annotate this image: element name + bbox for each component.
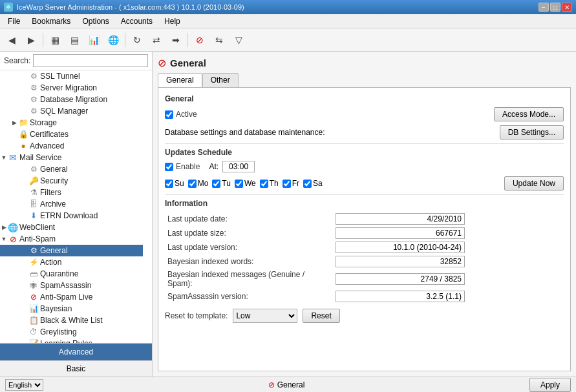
- day-th-checkbox[interactable]: [260, 180, 268, 188]
- advanced-button[interactable]: Advanced: [0, 344, 152, 360]
- action-icon: ⚡: [28, 257, 39, 267]
- antispam-general-icon: ⚙: [28, 245, 39, 256]
- tabs: General Other: [158, 73, 571, 87]
- reload-button[interactable]: ↻: [128, 31, 146, 49]
- bw-list-icon: 📋: [28, 315, 39, 325]
- tree-item-ssl-tunnel[interactable]: ⚙ SSL Tunnel: [0, 70, 143, 82]
- apply-button[interactable]: Apply: [529, 378, 571, 392]
- menu-options[interactable]: Options: [77, 15, 114, 27]
- tree-item-security[interactable]: 🔑 Security: [0, 175, 143, 187]
- learning-rules-label: Learning Rules: [40, 339, 92, 343]
- tree-inner[interactable]: ⚙ SSL Tunnel ⚙ Server Migration ⚙: [0, 70, 152, 343]
- tree-item-learning-rules[interactable]: 📝 Learning Rules: [0, 338, 143, 343]
- info-label-1: Last update size:: [165, 226, 333, 240]
- tree-item-archive[interactable]: 🗄 Archive: [0, 198, 143, 210]
- template-select[interactable]: Low Medium High: [233, 309, 297, 323]
- info-value-0: 4/29/2010: [336, 213, 465, 225]
- tab-other[interactable]: Other: [202, 73, 239, 87]
- access-mode-button[interactable]: Access Mode...: [494, 107, 564, 121]
- enable-checkbox-label[interactable]: Enable: [165, 162, 200, 171]
- tree-item-server-migration[interactable]: ⚙ Server Migration: [0, 82, 143, 94]
- menu-file[interactable]: File: [3, 15, 25, 27]
- day-we[interactable]: We: [235, 179, 256, 188]
- mail-service-icon: ✉: [8, 152, 18, 163]
- close-button[interactable]: ✕: [562, 3, 572, 12]
- day-th[interactable]: Th: [260, 179, 279, 188]
- app-icon: ❄: [4, 3, 13, 12]
- tree-item-certificates[interactable]: 🔒 Certificates: [0, 129, 143, 140]
- day-tu[interactable]: Tu: [212, 179, 231, 188]
- title-bar-buttons[interactable]: − □ ✕: [539, 3, 572, 12]
- tree-item-advanced[interactable]: ● Advanced: [0, 140, 143, 152]
- stop-button[interactable]: ⊘: [191, 31, 209, 49]
- db-settings-button[interactable]: DB Settings...: [500, 125, 564, 139]
- day-we-checkbox[interactable]: [235, 180, 243, 188]
- tree-item-mail-service[interactable]: ▼ ✉ Mail Service: [0, 152, 143, 163]
- active-checkbox-label[interactable]: Active: [165, 110, 197, 119]
- menu-help[interactable]: Help: [159, 15, 186, 27]
- chart-button[interactable]: 📊: [85, 31, 103, 49]
- webclient-label: WebClient: [19, 223, 55, 232]
- table-row: Last update size: 667671: [165, 226, 564, 240]
- day-fr[interactable]: Fr: [283, 179, 299, 188]
- globe-button[interactable]: 🌐: [104, 31, 122, 49]
- info-label-4: Bayesian indexed messages (Genuine / Spa…: [165, 269, 333, 289]
- basic-button[interactable]: Basic: [0, 360, 152, 377]
- tree-item-action[interactable]: ⚡ Action: [0, 256, 143, 268]
- info-table: Last update date: 4/29/2010 Last update …: [165, 212, 564, 304]
- schedule-time-input[interactable]: [222, 161, 255, 172]
- bw-list-label: Black & White List: [40, 316, 103, 325]
- tree-item-quarantine[interactable]: 🗃 Quarantine: [0, 268, 143, 280]
- tree-item-webclient[interactable]: ▶ 🌐 WebClient: [0, 222, 143, 233]
- tree-item-greylisting[interactable]: ⏱ Greylisting: [0, 326, 143, 338]
- right-panel: ⊘ General General Other General Active A…: [153, 52, 576, 377]
- day-su[interactable]: Su: [165, 179, 184, 188]
- info-value-3: 32852: [336, 256, 465, 267]
- info-label-0: Last update date:: [165, 212, 333, 226]
- day-mo[interactable]: Mo: [188, 179, 209, 188]
- day-tu-checkbox[interactable]: [212, 180, 220, 188]
- tree-item-bw-list[interactable]: 📋 Black & White List: [0, 315, 143, 326]
- day-sa[interactable]: Sa: [303, 179, 323, 188]
- tab-general[interactable]: General: [158, 73, 202, 87]
- active-label: Active: [176, 110, 197, 119]
- search-label: Search:: [4, 56, 30, 65]
- transfer-button[interactable]: ⇆: [210, 31, 228, 49]
- tree-item-antispam-live[interactable]: ⊘ Anti-Spam Live: [0, 291, 143, 303]
- tree-item-etrn-download[interactable]: ⬇ ETRN Download: [0, 210, 143, 222]
- day-sa-checkbox[interactable]: [303, 180, 312, 188]
- filter-button[interactable]: ▽: [229, 31, 248, 49]
- forward-button[interactable]: ▶: [22, 31, 40, 49]
- sql-manager-label: SQL Manager: [40, 107, 88, 116]
- arrow-right-button[interactable]: ➡: [167, 31, 185, 49]
- reset-button[interactable]: Reset: [303, 309, 339, 323]
- antispam-live-icon: ⊘: [28, 292, 39, 302]
- language-select[interactable]: English: [5, 379, 43, 391]
- search-input[interactable]: [33, 54, 148, 67]
- tree-item-mail-general[interactable]: ⚙ General: [0, 163, 143, 175]
- day-su-checkbox[interactable]: [165, 180, 173, 188]
- menu-accounts[interactable]: Accounts: [116, 15, 158, 27]
- tree-item-antispam-general[interactable]: ⚙ General: [0, 245, 143, 256]
- maximize-button[interactable]: □: [550, 3, 560, 12]
- enable-checkbox[interactable]: [165, 163, 173, 171]
- minimize-button[interactable]: −: [539, 3, 549, 12]
- tree-item-database-migration[interactable]: ⚙ Database Migration: [0, 94, 143, 105]
- update-now-button[interactable]: Update Now: [504, 176, 564, 191]
- tree-item-antispam[interactable]: ▼ ⊘ Anti-Spam: [0, 233, 143, 245]
- info-value-2: 10.1.0 (2010-04-24): [336, 242, 465, 253]
- sync-button[interactable]: ⇄: [147, 31, 165, 49]
- active-checkbox[interactable]: [165, 110, 173, 119]
- day-mo-checkbox[interactable]: [188, 180, 197, 188]
- tree-item-filters[interactable]: ⚗ Filters: [0, 187, 143, 198]
- tree-item-sql-manager[interactable]: ⚙ SQL Manager: [0, 105, 143, 117]
- tree-item-bayesian[interactable]: 📊 Bayesian: [0, 303, 143, 315]
- tree-item-spamassassin[interactable]: 🕷 SpamAssassin: [0, 280, 143, 291]
- back-button[interactable]: ◀: [3, 31, 21, 49]
- view-button-1[interactable]: ▦: [46, 31, 64, 49]
- menu-bookmarks[interactable]: Bookmarks: [27, 15, 76, 27]
- tree-item-storage[interactable]: ▶ 📁 Storage: [0, 117, 143, 129]
- advanced-label: Advanced: [30, 141, 64, 150]
- day-fr-checkbox[interactable]: [283, 180, 291, 188]
- view-button-2[interactable]: ▤: [65, 31, 83, 49]
